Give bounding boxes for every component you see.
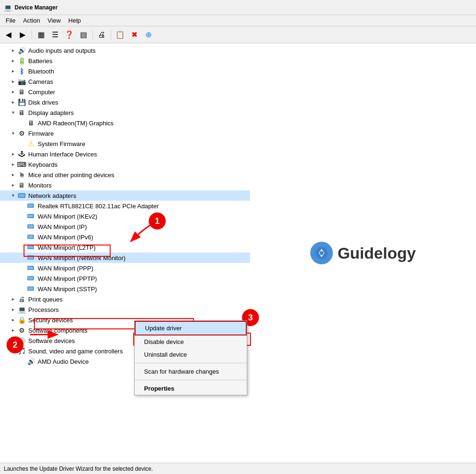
tree-item-wan6[interactable]: WAN Miniport (PPP) — [0, 263, 250, 273]
expand-sound[interactable]: ▼ — [9, 347, 17, 355]
toolbar: ◀ ▶ ▦ ☰ ❓ ▤ 🖨 📋 ✖ ⊕ — [0, 26, 476, 43]
sysfirmware-label: System Firmware — [38, 140, 250, 147]
hid-icon: 🕹 — [17, 150, 26, 158]
amd-icon: 🖥 — [26, 119, 36, 127]
expand-softdev[interactable]: ► — [9, 337, 17, 344]
cameras-icon: 📷 — [17, 78, 26, 85]
window-title: Device Manager — [15, 4, 57, 11]
context-menu-uninstall[interactable]: Uninstall device — [135, 348, 247, 361]
tree-item-bluetooth[interactable]: ► ᛒ Bluetooth — [0, 66, 250, 76]
expand-monitors[interactable]: ► — [9, 181, 17, 189]
processors-label: Processors — [28, 306, 250, 313]
context-menu-properties[interactable]: Properties — [135, 382, 247, 395]
expand-security[interactable]: ► — [9, 316, 17, 324]
cameras-label: Cameras — [28, 78, 250, 85]
back-button[interactable]: ◀ — [2, 28, 15, 41]
tree-item-print[interactable]: ► 🖨 Print queues — [0, 294, 250, 304]
expand-audio[interactable]: ► — [9, 47, 17, 54]
bluetooth-label: Bluetooth — [28, 68, 250, 75]
context-menu-scan[interactable]: Scan for hardware changes — [135, 365, 247, 378]
tree-item-batteries[interactable]: ► 🔋 Batteries — [0, 56, 250, 66]
tree-item-network[interactable]: ▼ Network adapters — [0, 190, 250, 201]
tree-item-wan1[interactable]: WAN Miniport (IKEv2) — [0, 211, 250, 221]
tree-item-keyboards[interactable]: ► ⌨ Keyboards — [0, 159, 250, 170]
tree-item-wan4[interactable]: WAN Miniport (L2TP) — [0, 242, 250, 253]
bluetooth-icon: ᛒ — [17, 67, 26, 75]
expand-cameras[interactable]: ► — [9, 78, 17, 85]
tree-item-processors[interactable]: ► 💻 Processors — [0, 304, 250, 315]
expand-softcomp[interactable]: ► — [9, 327, 17, 334]
tree-item-wan7[interactable]: WAN Miniport (PPTP) — [0, 273, 250, 284]
app-icon: 💻 — [4, 4, 12, 11]
tree-item-firmware[interactable]: ▼ ⚙ Firmware — [0, 128, 250, 139]
sysfirmware-icon: ⚠ — [26, 140, 36, 147]
expand-disk[interactable]: ► — [9, 98, 17, 106]
tree-item-wan2[interactable]: WAN Miniport (IP) — [0, 221, 250, 232]
right-panel: Guidelogy — [250, 43, 476, 463]
tree-item-audio[interactable]: ► 🔊 Audio inputs and outputs — [0, 45, 250, 56]
sound-icon: 🎵 — [17, 347, 26, 355]
display-icon: 🖥 — [17, 109, 26, 116]
svg-rect-19 — [28, 287, 33, 290]
tree-item-sysfirmware[interactable]: ⚠ System Firmware — [0, 139, 250, 149]
tree-item-cameras[interactable]: ► 📷 Cameras — [0, 76, 250, 87]
menu-action[interactable]: Action — [19, 16, 44, 25]
tree-item-amd[interactable]: 🖥 AMD Radeon(TM) Graphics — [0, 118, 250, 128]
processors-icon: 💻 — [17, 306, 26, 313]
expand-firmware[interactable]: ▼ — [9, 130, 17, 137]
expand-computer[interactable]: ► — [9, 88, 17, 96]
print-button[interactable]: 🖨 — [95, 28, 108, 41]
mice-icon: 🖱 — [17, 171, 26, 179]
expand-display[interactable]: ▼ — [9, 109, 17, 116]
wan3-label: WAN Miniport (IPv6) — [38, 234, 250, 241]
status-bar: Launches the Update Driver Wizard for th… — [0, 463, 476, 474]
tree-item-computer[interactable]: ► 🖥 Computer — [0, 87, 250, 97]
svg-rect-15 — [28, 267, 33, 270]
network-icon — [17, 192, 26, 199]
context-menu-update[interactable]: Update driver — [135, 321, 247, 335]
print-label: Print queues — [28, 296, 250, 303]
expand-bluetooth[interactable]: ► — [9, 67, 17, 75]
tree-item-monitors[interactable]: ► 🖥 Monitors — [0, 180, 250, 190]
expand-mice[interactable]: ► — [9, 171, 17, 179]
view2-button[interactable]: ☰ — [48, 28, 62, 41]
tree-item-wan3[interactable]: WAN Miniport (IPv6) — [0, 232, 250, 242]
help-button[interactable]: ❓ — [63, 28, 76, 41]
tree-item-hid[interactable]: ► 🕹 Human Interface Devices — [0, 149, 250, 159]
firmware-label: Firmware — [28, 130, 250, 137]
expand-network[interactable]: ▼ — [9, 192, 17, 199]
tree-item-wan5[interactable]: WAN Miniport (Network Monitor) — [0, 253, 250, 263]
expand-keyboards[interactable]: ► — [9, 161, 17, 168]
tree-item-disk[interactable]: ► 💾 Disk drives — [0, 97, 250, 107]
expand-batteries[interactable]: ► — [9, 57, 17, 65]
device-tree[interactable]: ► 🔊 Audio inputs and outputs ► 🔋 Batteri… — [0, 43, 250, 463]
tree-item-realtek[interactable]: Realtek RTL8821CE 802.11ac PCIe Adapter — [0, 201, 250, 211]
expand-print[interactable]: ► — [9, 295, 17, 303]
svg-rect-17 — [28, 277, 33, 280]
disk-icon: 💾 — [17, 98, 26, 106]
uninstall-button[interactable]: ✖ — [128, 28, 141, 41]
disk-label: Disk drives — [28, 99, 250, 106]
context-menu-sep1 — [135, 363, 247, 363]
tree-item-mice[interactable]: ► 🖱 Mice and other pointing devices — [0, 170, 250, 180]
menu-help[interactable]: Help — [65, 16, 85, 25]
view1-button[interactable]: ▦ — [34, 28, 48, 41]
wan5-icon — [26, 254, 36, 262]
update-driver-button[interactable]: 📋 — [113, 28, 127, 41]
expand-hid[interactable]: ► — [9, 150, 17, 158]
wan8-label: WAN Miniport (SSTP) — [38, 286, 250, 293]
tree-item-wan8[interactable]: WAN Miniport (SSTP) — [0, 284, 250, 294]
menu-file[interactable]: File — [2, 16, 19, 25]
expand-processors[interactable]: ► — [9, 306, 17, 313]
context-menu-disable[interactable]: Disable device — [135, 335, 247, 348]
security-icon: 🔒 — [17, 316, 26, 324]
title-bar: 💻 Device Manager — [0, 0, 476, 15]
computer-label: Computer — [28, 89, 250, 96]
scan-button[interactable]: ⊕ — [142, 28, 155, 41]
menu-view[interactable]: View — [44, 16, 65, 25]
properties-button[interactable]: ▤ — [77, 28, 90, 41]
tree-item-display[interactable]: ▼ 🖥 Display adapters — [0, 107, 250, 118]
main-content: ► 🔊 Audio inputs and outputs ► 🔋 Batteri… — [0, 43, 476, 463]
forward-button[interactable]: ▶ — [16, 28, 29, 41]
batteries-label: Batteries — [28, 57, 250, 65]
